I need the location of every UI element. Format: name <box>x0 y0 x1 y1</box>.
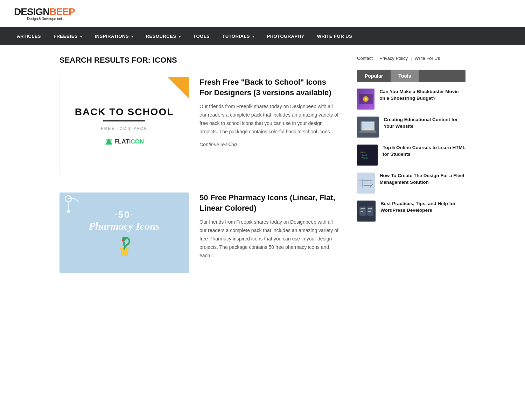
laptop-icon <box>359 121 377 133</box>
code-icon: <html> <head> </head> <box>359 149 376 161</box>
article-excerpt-pharmacy: Our friends from Freepik shares today on… <box>200 218 340 260</box>
article-link-bts[interactable]: Fresh Free "Back to School" Icons For De… <box>200 78 331 97</box>
svg-text:</head>: </head> <box>361 157 369 159</box>
article-title-bts[interactable]: Fresh Free "Back to School" Icons For De… <box>200 77 340 98</box>
pharmacy-number: ·50· <box>114 209 134 220</box>
article-excerpt-bts: Our friends from Freepik shares today on… <box>200 103 340 136</box>
svg-rect-14 <box>365 128 371 130</box>
svg-rect-30 <box>360 211 363 212</box>
sidebar-post-title-4[interactable]: How To Create The Design For a Fleet Man… <box>380 173 465 186</box>
chevron-down-icon: ▾ <box>131 35 133 38</box>
sidebar-link-contact[interactable]: Contact <box>357 56 373 61</box>
article-body-bts: Fresh Free "Back to School" Icons For De… <box>200 77 340 147</box>
sidebar-post-link-4[interactable]: How To Create The Design For a Fleet Man… <box>380 173 464 185</box>
sidebar-sep-2: | <box>411 56 412 61</box>
corner-decoration <box>168 77 189 98</box>
svg-text:<html>: <html> <box>360 151 366 153</box>
pharmacy-title-text: Pharmacy Icons <box>89 220 160 232</box>
nav-link-write[interactable]: WRITE FOR US <box>311 27 359 45</box>
article-body-pharmacy: 50 Free Pharmacy Icons (Linear, Flat, Li… <box>200 192 340 265</box>
article-link-pharmacy[interactable]: 50 Free Pharmacy Icons (Linear, Flat, Li… <box>200 193 335 212</box>
svg-rect-5 <box>121 250 128 256</box>
sidebar-post-link-5[interactable]: Best Practices, Tips, and Help for WordP… <box>380 201 455 213</box>
article-thumbnail-pharmacy[interactable]: ·50· Pharmacy Icons <box>59 192 189 273</box>
flaticon-text: FLATICON <box>114 138 144 145</box>
svg-rect-13 <box>359 131 377 133</box>
bts-title-text: BACK TO SCHOOL <box>75 106 174 118</box>
nav-link-photography[interactable]: PHOTOGRAPHY <box>261 27 311 45</box>
sidebar-post-5: Best Practices, Tips, and Help for WordP… <box>357 201 465 222</box>
movie-icon <box>359 94 373 104</box>
nav-link-resources[interactable]: RESOURCES ▾ <box>140 27 187 45</box>
tab-popular[interactable]: Popular <box>357 70 391 82</box>
nav-link-inspirations[interactable]: INSPIRATIONS ▾ <box>89 27 140 45</box>
main-nav: ARTICLES FREEBIES ▾ INSPIRATIONS ▾ RESOU… <box>0 27 525 45</box>
logo-design: DESIGN <box>14 6 49 17</box>
blueprint-icon <box>357 177 374 189</box>
svg-rect-33 <box>368 211 371 212</box>
sidebar-post-4: How To Create The Design For a Fleet Man… <box>357 173 465 194</box>
sidebar-post-img-4 <box>357 173 375 194</box>
svg-text:<head>: <head> <box>361 154 368 156</box>
snake-cup-icon <box>112 235 136 259</box>
page-wrapper: SEARCH RESULTS FOR: ICONS BACK TO SCHOOL… <box>49 45 476 301</box>
chevron-down-icon: ▾ <box>179 35 181 38</box>
earphone-icon <box>65 195 84 215</box>
sidebar-link-write[interactable]: Write For Us <box>415 56 440 61</box>
article-title-pharmacy[interactable]: 50 Free Pharmacy Icons (Linear, Flat, Li… <box>200 192 340 213</box>
nav-link-tutorials[interactable]: TUTORIALS ▾ <box>216 27 260 45</box>
search-heading: SEARCH RESULTS FOR: ICONS <box>59 56 340 65</box>
sidebar-post-1: Can You Make a Blockbuster Movie on a Sh… <box>357 89 465 110</box>
sidebar-tab-fill <box>419 70 465 82</box>
chevron-down-icon: ▾ <box>252 35 254 38</box>
nav-item-freebies[interactable]: FREEBIES ▾ <box>47 27 89 45</box>
sidebar-post-title-5[interactable]: Best Practices, Tips, and Help for WordP… <box>380 201 465 214</box>
svg-point-8 <box>125 237 126 238</box>
sidebar-link-privacy[interactable]: Privacy Policy <box>379 56 408 61</box>
bts-flaticon-logo: FLATICON <box>105 138 144 146</box>
sidebar-post-img-2 <box>357 117 379 138</box>
article-card: BACK TO SCHOOL FREE ICON PACK FLATICON F… <box>59 77 340 175</box>
sidebar-post-2: Creating Educational Content for Your We… <box>357 117 465 138</box>
sidebar-tabs: Popular Tools <box>357 70 465 82</box>
sidebar-post-img-1 <box>357 89 374 110</box>
svg-rect-32 <box>368 210 372 210</box>
wordpress-icon <box>358 205 375 217</box>
sidebar-post-3: <html> <head> </head> Top 5 Online Cours… <box>357 145 465 166</box>
nav-link-freebies[interactable]: FREEBIES ▾ <box>47 27 89 45</box>
svg-point-4 <box>66 210 70 213</box>
sidebar-post-title-1[interactable]: Can You Make a Blockbuster Movie on a Sh… <box>379 89 465 102</box>
sidebar-post-link-3[interactable]: Top 5 Online Courses to Learn HTML for S… <box>383 145 465 157</box>
nav-item-resources[interactable]: RESOURCES ▾ <box>140 27 187 45</box>
site-header: DESIGNBEEP Design & Development <box>0 0 525 27</box>
nav-item-tools[interactable]: TOOLS <box>187 27 216 45</box>
sidebar: Contact | Privacy Policy | Write For Us … <box>357 56 465 290</box>
sidebar-post-title-2[interactable]: Creating Educational Content for Your We… <box>384 117 465 130</box>
nav-item-articles[interactable]: ARTICLES <box>10 27 47 45</box>
sidebar-post-img-3: <html> <head> </head> <box>357 145 378 166</box>
nav-item-write[interactable]: WRITE FOR US <box>311 27 359 45</box>
sidebar-sep-1: | <box>376 56 377 61</box>
svg-rect-31 <box>368 208 372 209</box>
nav-item-tutorials[interactable]: TUTORIALS ▾ <box>216 27 260 45</box>
article-card-pharmacy: ·50· Pharmacy Icons <box>59 192 340 273</box>
chevron-down-icon: ▾ <box>80 35 82 38</box>
sidebar-post-link-2[interactable]: Creating Educational Content for Your We… <box>384 117 458 129</box>
main-content: SEARCH RESULTS FOR: ICONS BACK TO SCHOOL… <box>59 56 340 290</box>
sidebar-links: Contact | Privacy Policy | Write For Us <box>357 56 465 61</box>
nav-item-photography[interactable]: PHOTOGRAPHY <box>261 27 311 45</box>
nav-link-articles[interactable]: ARTICLES <box>10 27 47 45</box>
article-thumbnail-back-to-school[interactable]: BACK TO SCHOOL FREE ICON PACK FLATICON <box>59 77 189 175</box>
bts-subtitle-text: FREE ICON PACK <box>101 126 148 131</box>
continue-reading-bts[interactable]: Continue reading... <box>200 142 340 147</box>
nav-link-tools[interactable]: TOOLS <box>187 27 216 45</box>
site-logo[interactable]: DESIGNBEEP Design & Development <box>14 6 75 21</box>
flaticon-logo-icon <box>105 138 113 146</box>
tab-tools[interactable]: Tools <box>391 70 419 82</box>
nav-item-inspirations[interactable]: INSPIRATIONS ▾ <box>89 27 140 45</box>
logo-beep: BEEP <box>49 6 75 17</box>
pharmacy-image: ·50· Pharmacy Icons <box>59 192 189 273</box>
sidebar-post-title-3[interactable]: Top 5 Online Courses to Learn HTML for S… <box>383 145 465 158</box>
svg-rect-29 <box>360 210 365 210</box>
sidebar-post-link-1[interactable]: Can You Make a Blockbuster Movie on a Sh… <box>379 89 458 101</box>
